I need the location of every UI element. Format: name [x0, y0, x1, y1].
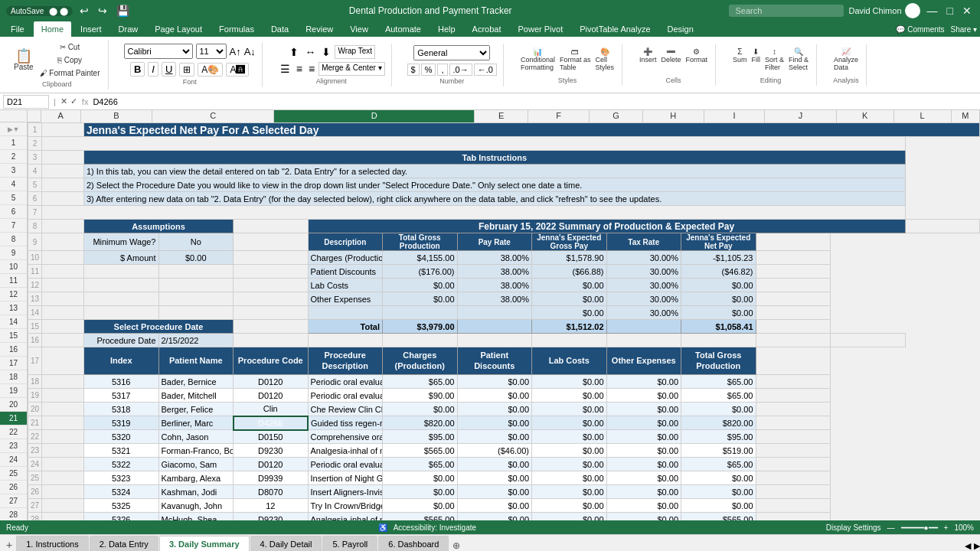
- scroll-left-btn[interactable]: ◀: [965, 541, 971, 551]
- row-number-20[interactable]: 20: [0, 398, 27, 412]
- cut-btn[interactable]: ✂ Cut: [38, 41, 102, 53]
- row-number-5[interactable]: 5: [0, 191, 27, 205]
- row-number-27[interactable]: 27: [0, 494, 27, 508]
- currency-btn[interactable]: $: [407, 64, 420, 76]
- display-settings-label[interactable]: Display Settings: [826, 523, 881, 532]
- close-btn[interactable]: ✕: [960, 3, 974, 18]
- row-number-11[interactable]: 11: [0, 274, 27, 288]
- find-select-btn[interactable]: 🔍Find &Select: [787, 46, 810, 73]
- row-number-13[interactable]: 13: [0, 302, 27, 315]
- tab-formulas[interactable]: Formulas: [211, 21, 262, 37]
- number-format-select[interactable]: General: [413, 45, 490, 60]
- more-sheets-btn[interactable]: ⊕: [449, 540, 463, 551]
- col-header-l[interactable]: L: [894, 110, 952, 122]
- delete-cells-btn[interactable]: ➖Delete: [659, 46, 682, 65]
- paste-btn[interactable]: 📋 Paste: [12, 47, 35, 73]
- merge-center-btn[interactable]: Merge & Center ▾: [318, 62, 384, 76]
- row-number-6[interactable]: 6: [0, 205, 27, 219]
- font-size-select[interactable]: 11: [196, 44, 227, 59]
- tab-power-pivot[interactable]: Power Pivot: [511, 21, 571, 37]
- tab-draw[interactable]: Draw: [111, 21, 146, 37]
- tab-automate[interactable]: Automate: [377, 21, 429, 37]
- row-number-4[interactable]: 4: [0, 178, 27, 191]
- row-number-1[interactable]: 1: [0, 136, 27, 150]
- cancel-formula-icon[interactable]: ✕: [60, 96, 67, 106]
- decrease-decimal-btn[interactable]: ←.0: [474, 64, 497, 76]
- cell-reference-box[interactable]: [3, 95, 49, 109]
- search-input[interactable]: [729, 5, 844, 17]
- grid-scroll-area[interactable]: 1Jenna's Expected Net Pay For A Selected…: [28, 122, 980, 540]
- align-center-btn[interactable]: ≡: [294, 62, 305, 76]
- align-left-btn[interactable]: ☰: [278, 62, 292, 76]
- maximize-btn[interactable]: □: [945, 3, 956, 18]
- col-header-d[interactable]: D: [274, 110, 475, 122]
- comments-btn[interactable]: 💬 Comments: [896, 25, 944, 34]
- tab-file[interactable]: File: [3, 21, 32, 37]
- cell-styles-btn[interactable]: 🎨CellStyles: [593, 46, 616, 73]
- insert-cells-btn[interactable]: ➕Insert: [638, 46, 658, 65]
- conditional-formatting-btn[interactable]: 📊ConditionalFormatting: [519, 46, 557, 73]
- row-number-23[interactable]: 23: [0, 439, 27, 453]
- share-btn[interactable]: Share ▾: [951, 25, 977, 34]
- tab-dashboard[interactable]: 6. Dashboard: [378, 536, 449, 551]
- row-number-2[interactable]: 2: [0, 150, 27, 164]
- tab-data[interactable]: Data: [263, 21, 296, 37]
- format-cells-btn[interactable]: ⚙Format: [684, 46, 710, 65]
- font-family-select[interactable]: Calibri: [124, 44, 193, 59]
- col-header-e[interactable]: E: [475, 110, 528, 122]
- increase-font-btn[interactable]: A↑: [230, 46, 241, 57]
- tab-acrobat[interactable]: Acrobat: [465, 21, 509, 37]
- col-header-m[interactable]: M: [952, 110, 980, 122]
- tab-design[interactable]: Design: [660, 21, 701, 37]
- col-header-c[interactable]: C: [152, 110, 274, 122]
- row-number-25[interactable]: 25: [0, 467, 27, 481]
- row-number-3[interactable]: 3: [0, 164, 27, 178]
- row-number-17[interactable]: 17: [0, 357, 27, 370]
- sort-filter-btn[interactable]: ↕Sort &Filter: [763, 46, 786, 73]
- col-header-i[interactable]: I: [704, 110, 766, 122]
- scroll-right-btn[interactable]: ▶: [974, 541, 980, 551]
- align-top-btn[interactable]: ⬆: [287, 45, 301, 59]
- redo-btn[interactable]: ↪: [96, 3, 109, 18]
- tab-daily-detail[interactable]: 4. Daily Detail: [250, 536, 322, 551]
- add-sheet-btn[interactable]: +: [3, 539, 15, 551]
- tab-payroll[interactable]: 5. Payroll: [322, 536, 377, 551]
- col-header-j[interactable]: J: [765, 110, 837, 122]
- zoom-in-btn[interactable]: +: [944, 523, 949, 532]
- row-number-12[interactable]: 12: [0, 288, 27, 302]
- formula-input[interactable]: [93, 97, 977, 106]
- row-number-7[interactable]: 7: [0, 219, 27, 233]
- copy-btn[interactable]: ⎘ Copy: [38, 54, 102, 66]
- zoom-slider[interactable]: ━━━━━●━━: [901, 523, 938, 532]
- col-header-b[interactable]: B: [81, 110, 153, 122]
- minimize-btn[interactable]: —: [925, 3, 940, 18]
- italic-btn[interactable]: I: [148, 62, 158, 77]
- tab-home[interactable]: Home: [34, 21, 71, 37]
- undo-btn[interactable]: ↩: [77, 3, 91, 18]
- increase-decimal-btn[interactable]: .0→: [449, 64, 472, 76]
- decrease-font-btn[interactable]: A↓: [244, 46, 256, 57]
- tab-view[interactable]: View: [342, 21, 376, 37]
- border-btn[interactable]: ⊞: [179, 63, 194, 77]
- tab-help[interactable]: Help: [430, 21, 463, 37]
- wrap-text-btn[interactable]: Wrap Text: [335, 45, 375, 59]
- col-header-a[interactable]: A: [41, 110, 81, 122]
- row-number-21[interactable]: 21: [0, 412, 27, 425]
- col-header-f[interactable]: F: [528, 110, 590, 122]
- fill-color-btn[interactable]: A🎨: [198, 63, 223, 77]
- format-as-table-btn[interactable]: 🗃Format asTable: [558, 46, 593, 73]
- row-number-22[interactable]: 22: [0, 425, 27, 439]
- analyze-data-btn[interactable]: 📈AnalyzeData: [832, 46, 860, 73]
- row-number-14[interactable]: 14: [0, 315, 27, 329]
- row-number-10[interactable]: 10: [0, 260, 27, 274]
- row-number-26[interactable]: 26: [0, 481, 27, 494]
- row-number-15[interactable]: 15: [0, 329, 27, 343]
- font-color-btn[interactable]: A🅰: [226, 63, 249, 77]
- tab-data-entry[interactable]: 2. Data Entry: [90, 536, 158, 551]
- comma-btn[interactable]: ,: [437, 64, 447, 76]
- col-header-g[interactable]: G: [590, 110, 643, 122]
- underline-btn[interactable]: U: [162, 62, 176, 77]
- tab-page-layout[interactable]: Page Layout: [147, 21, 210, 37]
- row-number-24[interactable]: 24: [0, 453, 27, 467]
- col-header-h[interactable]: H: [643, 110, 704, 122]
